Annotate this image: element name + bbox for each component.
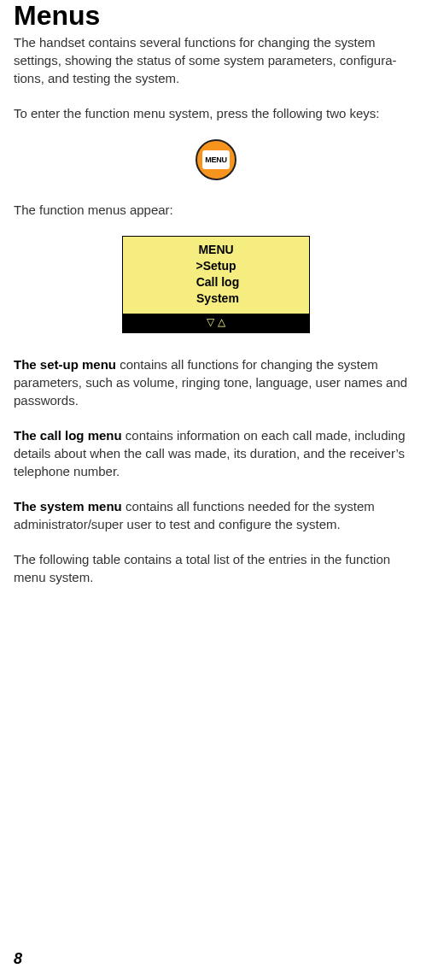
setup-description: The set-up menu contains all functions f…	[14, 355, 418, 409]
lcd-line-system: System	[123, 290, 309, 307]
calllog-bold: The call log menu	[14, 428, 126, 443]
system-description: The system menu contains all functions n…	[14, 497, 418, 533]
intro-paragraph: The handset contains several functions f…	[14, 33, 418, 87]
setup-bold: The set-up menu	[14, 357, 120, 372]
lcd-panel: MENU >Setup Call log System ▽ △	[122, 236, 310, 333]
lcd-title: MENU	[123, 242, 309, 258]
menu-button-illustration: MENU	[14, 139, 418, 180]
lcd-nav-arrows: ▽ △	[123, 314, 309, 332]
calllog-description: The call log menu contains information o…	[14, 426, 418, 480]
lcd-panel-illustration: MENU >Setup Call log System ▽ △	[14, 236, 418, 333]
lcd-screen: MENU >Setup Call log System	[123, 237, 309, 314]
lcd-line-setup: >Setup	[123, 258, 309, 274]
lcd-line-calllog: Call log	[123, 274, 309, 290]
page-title: Menus	[14, 0, 418, 32]
menu-button-icon: MENU	[196, 139, 236, 180]
page-number: 8	[14, 950, 22, 968]
system-bold: The system menu	[14, 499, 126, 513]
instruction-paragraph: To enter the function menu system, press…	[14, 104, 418, 122]
table-intro: The following table contains a total lis…	[14, 550, 418, 586]
menu-button-label: MENU	[202, 150, 230, 169]
menus-appear-text: The function menus appear:	[14, 201, 418, 219]
